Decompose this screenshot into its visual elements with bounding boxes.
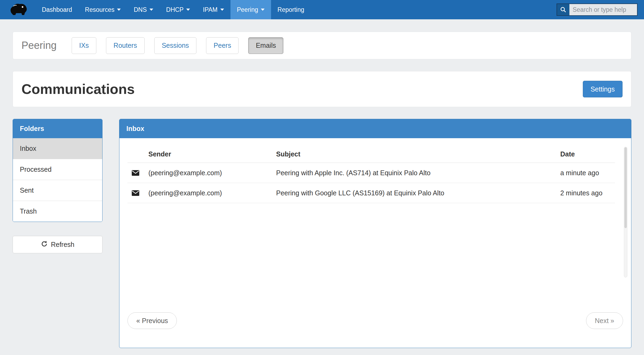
- page-title: Communications: [21, 81, 135, 97]
- mail-sender: (peering@example.com): [148, 189, 276, 197]
- search-icon[interactable]: [557, 4, 569, 15]
- folder-item-sent[interactable]: Sent: [13, 180, 102, 201]
- folders-panel-title: Folders: [13, 119, 102, 138]
- nav-item-peering[interactable]: Peering: [230, 0, 271, 19]
- pagination: « Previous Next »: [127, 312, 623, 329]
- nav-item-ipam[interactable]: IPAM: [196, 0, 230, 19]
- envelope-icon: [127, 170, 148, 176]
- envelope-icon: [127, 190, 148, 196]
- nav-item-label: IPAM: [203, 6, 218, 13]
- previous-page-button[interactable]: « Previous: [127, 312, 177, 329]
- nav-item-label: Peering: [237, 6, 258, 13]
- mail-row[interactable]: (peering@example.com) Peering with Apple…: [127, 163, 615, 183]
- chevron-down-icon: [186, 9, 190, 11]
- mail-subject: Peering with Apple Inc. (AS714) at Equin…: [276, 169, 560, 177]
- search-input[interactable]: [569, 4, 637, 15]
- mail-row[interactable]: (peering@example.com) Peering with Googl…: [127, 183, 615, 203]
- nav-item-label: Dashboard: [42, 6, 72, 13]
- chevron-down-icon: [149, 9, 153, 11]
- next-page-button[interactable]: Next »: [586, 312, 623, 329]
- inbox-scrollbar[interactable]: [624, 147, 627, 277]
- folder-item-inbox[interactable]: Inbox: [13, 138, 102, 159]
- top-navbar: Dashboard Resources DNS DHCP IPAM Peerin…: [0, 0, 644, 19]
- column-header-subject: Subject: [276, 150, 560, 158]
- folder-item-processed[interactable]: Processed: [13, 159, 102, 180]
- mail-subject: Peering with Google LLC (AS15169) at Equ…: [276, 189, 560, 197]
- peering-subnav: Peering IXs Routers Sessions Peers Email…: [13, 32, 631, 59]
- boar-logo-icon: [8, 2, 28, 17]
- mail-date: 2 minutes ago: [560, 189, 615, 197]
- main-content: Folders Inbox Processed Sent Trash Refre…: [13, 119, 631, 348]
- tab-emails[interactable]: Emails: [248, 37, 283, 54]
- column-header-date: Date: [560, 150, 615, 158]
- main-navigation: Dashboard Resources DNS DHCP IPAM Peerin…: [35, 0, 311, 19]
- nav-item-dhcp[interactable]: DHCP: [160, 0, 196, 19]
- nav-item-label: DNS: [134, 6, 147, 13]
- page-header: Communications Settings: [13, 71, 631, 107]
- nav-item-dns[interactable]: DNS: [127, 0, 160, 19]
- chevron-down-icon: [117, 9, 121, 11]
- nav-item-label: Resources: [85, 6, 115, 13]
- mail-date: a minute ago: [560, 169, 615, 177]
- global-search: [557, 3, 638, 16]
- inbox-scrollbar-thumb[interactable]: [624, 147, 627, 228]
- refresh-button[interactable]: Refresh: [13, 236, 103, 253]
- nav-item-label: DHCP: [166, 6, 184, 13]
- tab-ixs[interactable]: IXs: [72, 37, 96, 54]
- app-logo[interactable]: [8, 0, 28, 19]
- subnav-title: Peering: [21, 40, 57, 51]
- inbox-panel-title: Inbox: [119, 119, 631, 138]
- settings-button[interactable]: Settings: [583, 81, 623, 97]
- chevron-down-icon: [261, 9, 265, 11]
- tab-peers[interactable]: Peers: [206, 37, 239, 54]
- mail-table-header: Sender Subject Date: [127, 146, 615, 163]
- chevron-down-icon: [220, 9, 224, 11]
- folders-panel: Folders Inbox Processed Sent Trash: [13, 119, 103, 222]
- mail-table: Sender Subject Date (peering@example.com…: [127, 146, 615, 203]
- refresh-button-label: Refresh: [51, 241, 75, 248]
- folder-item-trash[interactable]: Trash: [13, 201, 102, 222]
- tab-sessions[interactable]: Sessions: [154, 37, 196, 54]
- refresh-icon: [41, 240, 48, 249]
- mail-sender: (peering@example.com): [148, 169, 276, 177]
- nav-item-resources[interactable]: Resources: [79, 0, 127, 19]
- nav-item-reporting[interactable]: Reporting: [271, 0, 311, 19]
- nav-item-label: Reporting: [277, 6, 304, 13]
- inbox-panel: Inbox Sender Subject Date (pee: [119, 119, 631, 348]
- folders-column: Folders Inbox Processed Sent Trash Refre…: [13, 119, 103, 253]
- tab-routers[interactable]: Routers: [106, 37, 145, 54]
- column-header-sender: Sender: [148, 150, 276, 158]
- inbox-body: Sender Subject Date (peering@example.com…: [119, 138, 631, 348]
- nav-item-dashboard[interactable]: Dashboard: [35, 0, 79, 19]
